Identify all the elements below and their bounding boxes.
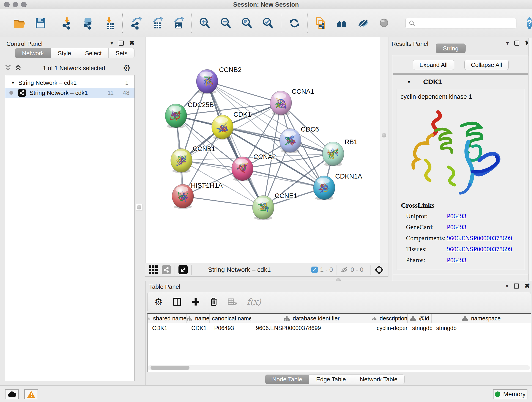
column-header-namespace[interactable]: namespace [432,314,531,323]
table-cell[interactable]: cyclin-dependent ... [372,323,408,333]
import-table-icon[interactable] [102,16,116,30]
panel-float-icon[interactable] [119,41,124,46]
open-session-icon[interactable] [12,16,27,30]
table-cell[interactable]: 9606.ENSP00000378699 [251,323,372,333]
column-header-canonical-name[interactable]: canonical name [210,314,251,323]
add-column-icon[interactable] [191,298,200,306]
panel-menu-icon[interactable]: ▾ [506,283,508,289]
crosslink-link[interactable]: 9606.ENSP00000378699 [447,235,512,242]
table-cell[interactable]: stringdb [432,323,531,333]
cloud-status-button[interactable] [5,389,19,399]
node-CDKN1A[interactable] [313,176,335,200]
node-CCNE1[interactable] [253,196,274,220]
export-image-icon[interactable] [171,16,185,30]
network-share-icon[interactable] [162,265,171,274]
column-header-name[interactable]: name [187,314,210,323]
edge-CCNA2-CDKN1A[interactable] [242,169,324,188]
expand-all-button[interactable]: Expand All [413,60,454,70]
search-box[interactable] [405,18,516,28]
grid-view-icon[interactable] [149,265,158,274]
panel-close-icon[interactable]: ✖ [525,283,530,288]
memory-button[interactable]: Memory [493,389,527,399]
table-settings-gear-icon[interactable]: ⚙ [154,297,163,307]
crosslink-link[interactable]: 9606.ENSP00000378699 [447,245,512,253]
panel-menu-icon[interactable]: ▾ [110,40,113,46]
results-scrollbar[interactable] [528,38,532,286]
node-CDC6[interactable] [279,128,301,153]
refresh-icon[interactable] [287,16,302,30]
table-cell[interactable]: CDK1 [187,323,210,333]
node-HIST1H1A[interactable] [172,184,194,209]
birdseye-view-icon[interactable] [178,265,188,274]
export-table-icon[interactable] [150,16,164,30]
crosslink-link[interactable]: P06493 [447,256,467,264]
gene-section-header[interactable]: ▾ CDK1 [393,75,528,89]
tab-network[interactable]: Network [15,48,51,58]
column-header-shared-name[interactable]: shared name [147,314,187,323]
tab-node-table[interactable]: Node Table [265,375,309,384]
zoom-selected-icon[interactable] [261,16,275,30]
tab-network-table[interactable]: Network Table [353,375,405,384]
network-edge-count: 48 [123,89,129,96]
save-session-icon[interactable] [33,16,48,30]
table-cell[interactable]: stringdb:9... [408,323,432,333]
zoom-in-icon[interactable] [197,16,212,30]
node-CDC25B[interactable] [165,104,187,128]
edge-HIST1H1A-CCNE1[interactable] [183,196,263,207]
zoom-out-icon[interactable] [219,16,233,30]
expand-all-networks-icon[interactable] [15,64,21,72]
panel-float-icon[interactable] [514,283,519,288]
table-cell[interactable]: CDK1 [147,323,187,333]
network-canvas[interactable]: CCNB2CCNA1CDC25BCDK1CDC6RB1CCNB1CCNA2CDK… [145,37,380,263]
open-network-file-icon[interactable] [314,16,328,30]
column-type-icon [284,316,290,321]
panel-menu-icon[interactable]: ▾ [506,40,509,46]
show-hidden-icon[interactable] [377,16,391,30]
import-network-icon[interactable] [60,16,74,30]
table-horizontal-scrollbar[interactable] [148,365,530,370]
column-header--id[interactable]: @id [408,314,432,323]
panel-float-icon[interactable] [514,41,519,46]
crosslink-link[interactable]: P06493 [447,223,467,231]
warning-button[interactable] [24,389,38,399]
network-collection-row[interactable]: ▾ String Network – cdk1 1 [5,78,134,88]
selected-checkbox-icon[interactable]: ✓ [311,267,318,273]
column-header-database-identifier[interactable]: database identifier [251,314,372,323]
window-title: Session: New Session [0,1,532,8]
delete-column-icon[interactable] [210,297,218,306]
collection-caret-icon[interactable]: ▾ [12,80,14,86]
node-CCNB1[interactable] [171,148,192,173]
tab-edge-table[interactable]: Edge Table [309,375,353,384]
help-button[interactable]: ? [527,17,532,29]
column-header-description[interactable]: description [372,314,408,323]
gene-caret-icon[interactable]: ▾ [408,79,410,85]
network-row[interactable]: String Network – cdk1 11 48 [5,88,134,98]
collapse-all-button[interactable]: Collapse All [464,60,509,70]
tab-sets[interactable]: Sets [108,48,134,58]
export-network-icon[interactable] [129,16,143,30]
crosshair-target-icon[interactable] [374,265,384,275]
vertical-splitter[interactable] [380,37,388,263]
hide-selected-icon[interactable] [356,16,370,30]
tab-style[interactable]: Style [51,48,78,58]
node-RB1[interactable] [322,142,344,166]
column-type-icon [462,316,468,321]
show-columns-icon[interactable] [173,297,181,306]
import-database-icon[interactable] [81,16,95,30]
node-table[interactable]: shared namenamecanonical namedatabase id… [147,313,531,372]
edge-CCNB2-CCNA1[interactable] [207,81,281,103]
right-splitter-handle[interactable] [380,132,387,139]
tab-select[interactable]: Select [78,48,109,58]
node-CCNA1[interactable] [270,91,292,115]
search-input[interactable] [417,20,513,26]
collapse-all-networks-icon[interactable] [5,64,11,72]
table-cell[interactable]: P06493 [210,323,251,333]
tab-string[interactable]: String [436,44,466,53]
crosslink-link[interactable]: P06493 [447,212,467,220]
home-icon[interactable] [335,16,349,30]
network-options-gear-icon[interactable]: ⚙ [123,63,131,73]
panel-close-icon[interactable]: ✖ [129,41,134,46]
left-splitter-handle[interactable] [136,204,143,211]
zoom-fit-icon[interactable] [240,16,254,30]
node-CDK1[interactable] [212,115,233,140]
